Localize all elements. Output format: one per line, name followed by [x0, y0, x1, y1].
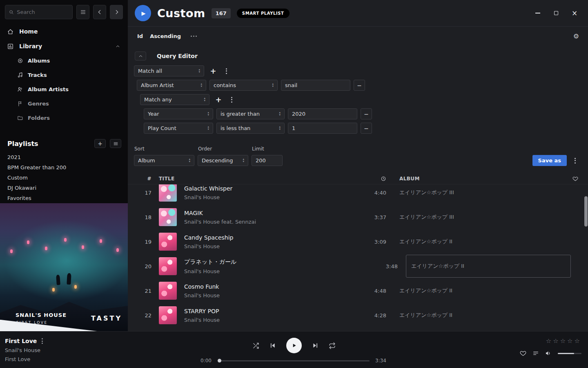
- play-playlist-button[interactable]: ▶: [135, 5, 151, 21]
- sidebar-item-albums[interactable]: Albums: [0, 54, 128, 68]
- sidebar-item-album-artists[interactable]: Album Artists: [0, 82, 128, 96]
- volume-icon[interactable]: [545, 350, 552, 357]
- sidebar-item-folders[interactable]: Folders: [0, 111, 128, 125]
- playlist-item[interactable]: BPM Greater than 200: [7, 162, 120, 173]
- sidebar-item-library[interactable]: Library: [0, 39, 128, 54]
- rule-field-value: Play Count: [148, 125, 205, 131]
- art-artist-text: SNAIL'S HOUSE: [16, 312, 67, 318]
- track-album[interactable]: エイリアン☆ポップ II: [399, 278, 571, 303]
- minimize-button[interactable]: [535, 10, 541, 16]
- rule-field-value: Album Artist: [141, 82, 198, 88]
- seek-bar[interactable]: [218, 360, 370, 361]
- rule-value-input[interactable]: [288, 108, 357, 119]
- remove-rule-button[interactable]: −: [361, 123, 372, 134]
- back-button[interactable]: [93, 5, 106, 19]
- rating-stars[interactable]: ☆☆☆☆☆: [546, 337, 581, 345]
- seek-knob[interactable]: [218, 359, 221, 363]
- rule-menu-icon[interactable]: [227, 94, 236, 105]
- track-title: プラネット・ガール: [184, 258, 369, 266]
- page-title: Custom: [157, 7, 205, 20]
- track-album[interactable]: エイリアン☆ポップ II: [399, 303, 571, 328]
- shuffle-button[interactable]: [252, 342, 259, 349]
- queue-icon[interactable]: [532, 350, 539, 357]
- playlist-item[interactable]: DJ Okawari: [7, 183, 120, 193]
- add-rule-button[interactable]: +: [213, 94, 224, 105]
- column-title[interactable]: TITLE: [159, 176, 358, 182]
- remove-rule-button[interactable]: −: [354, 80, 365, 91]
- table-row[interactable]: 22 STARRY POP Snail's House 4:28 エイリアン☆ポ…: [128, 303, 588, 328]
- rule-field-select[interactable]: Year ▴▾: [144, 108, 213, 119]
- rule-row: Year ▴▾ is greater than ▴▾ −: [128, 108, 588, 119]
- window-controls: ×: [535, 10, 579, 16]
- rule-operator-select[interactable]: contains ▴▾: [209, 80, 278, 91]
- rule-value-input[interactable]: [281, 80, 350, 91]
- column-duration[interactable]: [358, 176, 386, 182]
- previous-button[interactable]: [270, 342, 276, 349]
- group-match-select[interactable]: Match any ▴▾: [140, 94, 209, 105]
- column-index[interactable]: #: [128, 176, 151, 182]
- remove-rule-button[interactable]: −: [361, 108, 372, 119]
- playlist-item[interactable]: 2021: [7, 152, 120, 162]
- close-button[interactable]: ×: [572, 10, 577, 16]
- rule-menu-icon[interactable]: [222, 65, 230, 76]
- clock-icon: [381, 176, 386, 182]
- now-playing-artist[interactable]: Snail's House: [5, 347, 43, 353]
- table-row[interactable]: 21 Cosmo Funk Snail's House 4:48 エイリアン☆ポ…: [128, 278, 588, 303]
- table-row[interactable]: 18 MAGIK Snail's House feat. Sennzai 3:3…: [128, 205, 588, 229]
- sidebar-item-genres[interactable]: Genres: [0, 96, 128, 111]
- table-row[interactable]: 17 Galactic Whisper Snail's House 4:40 エ…: [128, 184, 588, 205]
- add-playlist-button[interactable]: +: [94, 139, 106, 148]
- track-album-label: エイリアン☆ポップ III: [399, 213, 454, 221]
- more-options-icon[interactable]: [191, 36, 197, 37]
- playlist-item[interactable]: Custom: [7, 173, 120, 183]
- rule-field-select[interactable]: Album Artist ▴▾: [137, 80, 206, 91]
- settings-gear-icon[interactable]: ⚙: [573, 32, 579, 40]
- track-album[interactable]: エイリアン☆ポップ II: [406, 255, 571, 278]
- save-menu-icon[interactable]: [571, 155, 579, 166]
- search-box[interactable]: [5, 5, 73, 19]
- volume-slider[interactable]: [558, 353, 581, 354]
- save-as-button[interactable]: Save as: [532, 155, 567, 166]
- rule-row: Play Count ▴▾ is less than ▴▾ −: [128, 123, 588, 134]
- playlist-view-button[interactable]: [110, 139, 121, 148]
- menu-button[interactable]: [76, 5, 89, 19]
- repeat-button[interactable]: [329, 342, 336, 349]
- chevron-up-icon[interactable]: [115, 44, 120, 49]
- track-menu-icon[interactable]: [42, 338, 43, 344]
- sidebar-nav: Home Library Albums Tracks Album Artists: [0, 24, 128, 125]
- track-album[interactable]: エイリアン☆ポップ III: [399, 205, 571, 229]
- order-select[interactable]: Descending ▴▾: [198, 155, 248, 166]
- sidebar-item-tracks[interactable]: Tracks: [0, 68, 128, 82]
- add-rule-button[interactable]: +: [207, 65, 219, 76]
- scrollbar-thumb[interactable]: [584, 196, 588, 227]
- table-row[interactable]: 19 Candy Spaceship Snail's House 3:09 エイ…: [128, 229, 588, 254]
- now-playing-track[interactable]: First Love: [5, 338, 37, 344]
- limit-input[interactable]: [252, 155, 283, 166]
- track-album[interactable]: エイリアン☆ポップ III: [399, 184, 571, 205]
- column-album[interactable]: ALBUM: [399, 176, 571, 182]
- search-input[interactable]: [17, 9, 69, 15]
- rule-field-select[interactable]: Play Count ▴▾: [144, 123, 213, 134]
- track-album[interactable]: エイリアン☆ポップ II: [399, 229, 571, 254]
- sort-field-button[interactable]: Id: [137, 33, 143, 39]
- favorite-heart-icon[interactable]: [520, 350, 526, 357]
- sort-direction-button[interactable]: Ascending: [150, 33, 181, 39]
- playlist-item[interactable]: Favorites: [7, 193, 120, 203]
- forward-button[interactable]: [110, 5, 123, 19]
- now-playing-album-art[interactable]: SNAIL'S HOUSE FIRST LOVE TASTY: [0, 203, 128, 331]
- player-center: 0:00 3:34: [200, 337, 388, 364]
- sort-select[interactable]: Album ▴▾: [134, 155, 194, 166]
- collapse-button[interactable]: [135, 52, 146, 61]
- rule-operator-select[interactable]: is less than ▴▾: [216, 123, 285, 134]
- match-mode-select[interactable]: Match all ▴▾: [134, 65, 204, 76]
- play-pause-button[interactable]: [286, 338, 302, 353]
- column-favorite[interactable]: [571, 176, 588, 182]
- album-art-thumbnail: [159, 233, 177, 251]
- maximize-button[interactable]: [553, 10, 559, 16]
- table-row[interactable]: 20 プラネット・ガール Snail's House 3:48 エイリアン☆ポッ…: [128, 254, 588, 278]
- next-button[interactable]: [312, 342, 318, 349]
- now-playing-album[interactable]: First Love: [5, 356, 43, 362]
- rule-value-input[interactable]: [288, 123, 357, 134]
- rule-operator-select[interactable]: is greater than ▴▾: [216, 108, 285, 119]
- sidebar-item-home[interactable]: Home: [0, 24, 128, 39]
